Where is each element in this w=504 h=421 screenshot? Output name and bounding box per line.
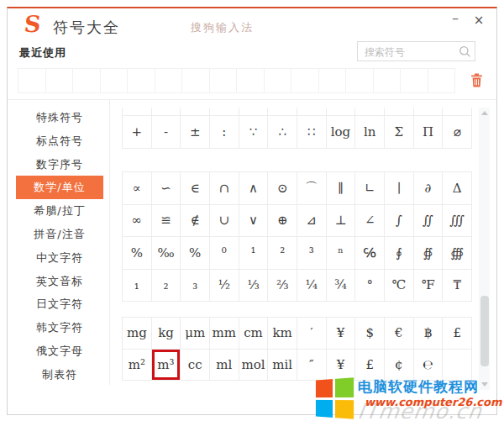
trash-icon[interactable]	[470, 73, 483, 91]
sidebar-item-category[interactable]: 日文字符	[16, 292, 103, 316]
symbol-cell[interactable]: ℉	[414, 270, 444, 303]
symbol-cell[interactable]: ²	[268, 237, 297, 270]
sidebar-item-category[interactable]: 制表符	[16, 363, 103, 387]
symbol-cell[interactable]: ∥	[327, 172, 356, 205]
search-icon[interactable]	[459, 45, 471, 61]
symbol-cell[interactable]: €	[385, 318, 414, 350]
symbol-cell[interactable]: ⊥	[327, 205, 356, 238]
recent-cell[interactable]	[373, 68, 402, 93]
symbol-cell[interactable]: %	[181, 237, 210, 270]
symbol-cell-clipped[interactable]	[181, 108, 210, 115]
symbol-cell[interactable]: +	[123, 116, 152, 149]
symbol-cell[interactable]: ′	[297, 318, 327, 350]
symbol-cell[interactable]: ₃	[181, 270, 210, 303]
symbol-cell[interactable]: ¥	[327, 318, 356, 350]
symbol-cell[interactable]: -	[152, 116, 181, 149]
sidebar-item-category[interactable]: 标点符号	[16, 129, 103, 153]
sidebar-item-category[interactable]: 拼音/注音	[16, 223, 103, 246]
symbol-cell[interactable]: ln	[355, 116, 385, 149]
symbol-cell[interactable]: ∽	[152, 172, 181, 205]
symbol-cell-clipped[interactable]	[327, 108, 356, 115]
recent-cell[interactable]	[291, 68, 319, 93]
symbol-cell[interactable]: £	[443, 318, 472, 350]
symbol-cell[interactable]: ∉	[181, 205, 210, 238]
symbol-cell[interactable]: ¼	[297, 270, 327, 303]
symbol-cell[interactable]: ⁿ	[327, 237, 356, 270]
symbol-cell[interactable]: Σ	[385, 116, 414, 149]
symbol-cell[interactable]: ∰	[443, 237, 472, 270]
sidebar-item-category[interactable]: 特殊符号	[16, 106, 103, 129]
recent-cell[interactable]	[264, 68, 292, 93]
scroll-up-icon[interactable]	[481, 111, 488, 115]
symbol-cell[interactable]: kg	[152, 318, 181, 350]
symbol-cell-clipped[interactable]	[385, 108, 414, 115]
symbol-cell[interactable]: ¹	[239, 237, 269, 270]
symbol-cell[interactable]: mg	[123, 318, 152, 350]
symbol-cell[interactable]: ⌒	[297, 172, 327, 205]
symbol-cell[interactable]: %	[123, 237, 152, 270]
symbol-cell-clipped[interactable]	[268, 108, 297, 115]
symbol-cell[interactable]: ℅	[355, 237, 385, 270]
symbol-cell[interactable]: ∴	[268, 116, 297, 149]
symbol-cell[interactable]: ¾	[327, 270, 356, 303]
symbol-cell[interactable]: cc	[181, 350, 210, 382]
sidebar-item-category[interactable]: 中文字符	[16, 246, 103, 270]
recent-cell[interactable]	[18, 68, 46, 93]
symbol-cell[interactable]: Δ	[443, 172, 472, 205]
symbol-cell[interactable]: ″	[297, 350, 327, 382]
symbol-cell[interactable]: ∟	[355, 172, 385, 205]
symbol-cell-clipped[interactable]	[297, 108, 327, 115]
recent-cell[interactable]	[72, 68, 101, 93]
symbol-cell-clipped[interactable]	[355, 108, 385, 115]
symbol-cell[interactable]: ∵	[239, 116, 269, 149]
recent-cell[interactable]	[345, 68, 374, 93]
sidebar-item-category[interactable]: 俄文字母	[16, 339, 103, 363]
symbol-cell[interactable]: ±	[181, 116, 210, 149]
symbol-cell[interactable]: ∫	[385, 205, 414, 238]
recent-cell[interactable]	[318, 68, 347, 93]
search-input[interactable]	[363, 44, 459, 61]
symbol-cell[interactable]: :	[210, 116, 239, 149]
symbol-cell[interactable]: ℃	[385, 270, 414, 303]
scrollbar-thumb[interactable]	[480, 296, 489, 366]
symbol-cell[interactable]: ⁰	[210, 237, 239, 270]
sidebar-item-category[interactable]: 希腊/拉丁	[16, 199, 103, 223]
symbol-cell-empty[interactable]	[443, 350, 472, 382]
sidebar-item-category[interactable]: 韩文字符	[16, 316, 103, 339]
symbol-cell[interactable]: m³	[152, 350, 181, 382]
symbol-cell-clipped[interactable]	[210, 108, 239, 115]
symbol-cell[interactable]: ∈	[181, 172, 210, 205]
symbol-cell[interactable]: ⊙	[268, 172, 297, 205]
symbol-cell[interactable]: ⌀	[443, 116, 472, 149]
symbol-cell[interactable]: ₸	[443, 270, 472, 303]
sidebar-item-active[interactable]: 数学/单位	[16, 176, 103, 199]
recent-cell[interactable]	[127, 68, 155, 93]
symbol-cell[interactable]: ∮	[385, 237, 414, 270]
symbol-cell[interactable]: ∞	[123, 205, 152, 238]
symbol-cell[interactable]: £	[355, 350, 385, 382]
scrollbar[interactable]	[479, 108, 490, 390]
symbol-cell-clipped[interactable]	[123, 108, 152, 115]
symbol-cell[interactable]: ∝	[123, 172, 152, 205]
symbol-cell[interactable]: ½	[210, 270, 239, 303]
symbol-cell[interactable]: ∯	[414, 237, 444, 270]
sidebar-item-category[interactable]: 英文音标	[16, 270, 103, 293]
symbol-cell[interactable]: ⊕	[268, 205, 297, 238]
symbol-cell[interactable]: ∩	[210, 172, 239, 205]
recent-cell[interactable]	[209, 68, 238, 93]
recent-cell[interactable]	[400, 68, 428, 93]
symbol-cell[interactable]: ∷	[297, 116, 327, 149]
close-button[interactable]: ×	[470, 12, 488, 30]
symbol-cell[interactable]: ³	[297, 237, 327, 270]
symbol-cell[interactable]: Π	[414, 116, 444, 149]
symbol-cell[interactable]: ml	[210, 350, 239, 382]
minimize-button[interactable]: –	[446, 10, 465, 29]
symbol-cell[interactable]: mol	[239, 350, 269, 382]
symbol-cell[interactable]: ∭	[443, 205, 472, 238]
symbol-cell[interactable]: ∠	[355, 205, 385, 238]
recent-cell[interactable]	[236, 68, 265, 93]
symbol-cell[interactable]: ⊿	[297, 205, 327, 238]
symbol-cell-clipped[interactable]	[239, 108, 269, 115]
symbol-cell[interactable]: $	[355, 318, 385, 350]
recent-cell[interactable]	[155, 68, 183, 93]
